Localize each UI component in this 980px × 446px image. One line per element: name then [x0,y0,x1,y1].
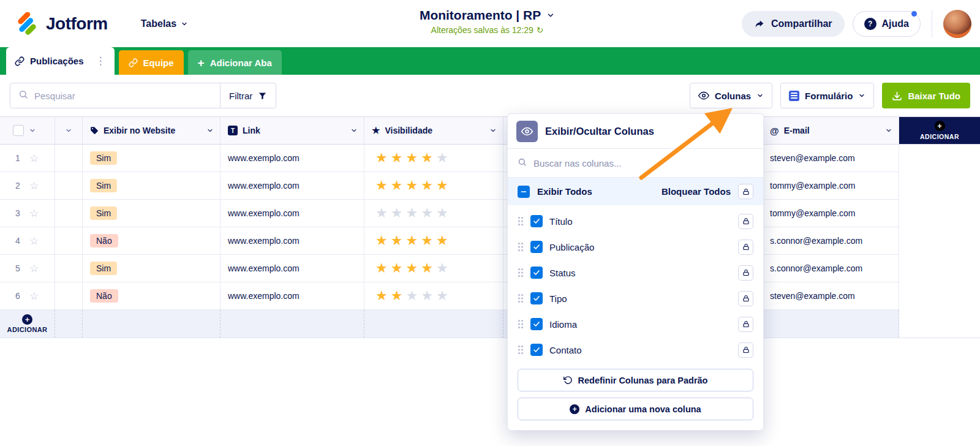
add-column-header[interactable]: + ADICIONAR [899,117,980,144]
rating-star-icon[interactable]: ★ [405,262,418,275]
drag-handle-icon[interactable] [518,242,524,252]
chevron-down-icon[interactable] [29,127,36,134]
link-cell[interactable]: www.exemplo.com [221,172,364,200]
add-row-cell[interactable]: + ADICIONAR [0,310,55,338]
email-cell[interactable]: tommy@example.com [763,200,899,227]
rating-star-icon[interactable]: ★ [405,179,418,192]
rating-star-icon[interactable]: ★ [391,289,403,303]
link-cell[interactable]: www.exemplo.com [221,282,364,310]
exibir-badge[interactable]: Sim [90,206,117,220]
chevron-down-icon[interactable] [206,127,214,134]
rating-star-icon[interactable]: ★ [375,262,388,275]
rating-star-icon[interactable]: ★ [436,289,448,303]
rating-star-icon[interactable]: ★ [391,179,403,192]
rating-star-icon[interactable]: ★ [375,234,388,248]
exibir-cell[interactable]: Sim [83,172,221,200]
favorite-star-icon[interactable]: ☆ [29,290,39,303]
column-checkbox[interactable] [530,241,543,253]
exibir-cell[interactable]: Sim [83,200,221,227]
visibilidade-cell[interactable]: ★★★★★ [364,227,503,255]
email-cell[interactable]: steven@example.com [763,145,899,172]
help-button[interactable]: ? Ajuda [853,11,921,37]
rating-star-icon[interactable]: ★ [405,289,418,303]
show-all-checkbox[interactable] [518,186,530,198]
rating-star-icon[interactable]: ★ [391,262,403,275]
page-title[interactable]: Monitoramento | RP [420,8,541,23]
rating-star-icon[interactable]: ★ [421,289,433,303]
column-checkbox[interactable] [530,215,543,227]
email-cell[interactable]: steven@example.com [763,282,899,310]
rating-star-icon[interactable]: ★ [375,179,388,192]
column-checkbox[interactable] [530,266,543,279]
favorite-star-icon[interactable]: ☆ [29,180,39,192]
link-cell[interactable]: www.exemplo.com [221,145,364,172]
link-cell[interactable]: www.exemplo.com [221,200,364,227]
exibir-cell[interactable]: Não [83,227,221,255]
rating-star-icon[interactable]: ★ [391,206,403,220]
visibilidade-cell[interactable]: ★★★★★ [364,255,503,282]
row-header-cell[interactable]: 3☆ [0,200,55,227]
exibir-badge[interactable]: Sim [90,262,117,275]
filter-button[interactable]: Filtrar [221,83,276,108]
collapsed-cell[interactable] [55,255,83,282]
row-header-cell[interactable]: 1☆ [0,145,55,172]
row-header-cell[interactable]: 4☆ [0,227,55,255]
reset-columns-button[interactable]: Redefinir Colunas para Padrão [518,369,753,391]
collapsed-cell[interactable] [55,145,83,172]
lock-icon[interactable] [738,214,753,229]
rating-star-icon[interactable]: ★ [436,234,448,248]
tab-menu-dots-icon[interactable]: ⋮ [93,55,108,67]
row-header-cell[interactable]: 6☆ [0,282,55,310]
lock-all-icon[interactable] [738,184,753,199]
drag-handle-icon[interactable] [518,268,524,278]
exibir-badge[interactable]: Não [90,289,118,303]
add-new-column-button[interactable]: + Adicionar uma nova coluna [518,398,753,420]
avatar[interactable] [943,10,971,38]
share-button[interactable]: Compartilhar [742,11,845,37]
chevron-down-icon[interactable] [546,11,555,20]
rating-star-icon[interactable]: ★ [405,151,418,165]
visibilidade-cell[interactable]: ★★★★★ [364,172,503,200]
column-toggle-item[interactable]: Tipo [508,285,763,311]
collapsed-column-header[interactable] [55,117,83,144]
visibilidade-cell[interactable]: ★★★★★ [364,282,503,310]
tables-dropdown[interactable]: Tabelas [141,18,188,29]
rating-star-icon[interactable]: ★ [421,151,433,165]
lock-icon[interactable] [738,317,753,332]
tab-equipe[interactable]: Equipe [119,50,184,75]
rating-star-icon[interactable]: ★ [421,206,433,220]
tab-publicacoes[interactable]: Publicações ⋮ [6,47,115,75]
rating-star-icon[interactable]: ★ [405,206,418,220]
favorite-star-icon[interactable]: ☆ [29,262,39,275]
search-input[interactable] [34,91,212,101]
exibir-cell[interactable]: Sim [83,145,221,172]
rating-star-icon[interactable]: ★ [391,234,403,248]
rating-star-icon[interactable]: ★ [405,234,418,248]
column-toggle-item[interactable]: Status [508,260,763,285]
exibir-cell[interactable]: Sim [83,255,221,282]
collapsed-cell[interactable] [55,200,83,227]
column-checkbox[interactable] [530,344,543,356]
exibir-badge[interactable]: Sim [90,151,117,165]
column-toggle-item[interactable]: Idioma [508,311,763,337]
add-tab-button[interactable]: + Adicionar Aba [188,50,282,75]
row-header-cell[interactable]: 2☆ [0,172,55,200]
lock-icon[interactable] [738,240,753,255]
column-header-link[interactable]: T Link [221,117,364,144]
columns-button[interactable]: Colunas [690,83,772,108]
exibir-cell[interactable]: Não [83,282,221,310]
favorite-star-icon[interactable]: ☆ [29,152,39,165]
column-toggle-item[interactable]: Título [508,208,763,234]
rating-star-icon[interactable]: ★ [375,289,388,303]
favorite-star-icon[interactable]: ☆ [29,235,39,248]
rating-star-icon[interactable]: ★ [375,206,388,220]
select-all-checkbox[interactable] [13,125,24,136]
link-cell[interactable]: www.exemplo.com [221,255,364,282]
rating-star-icon[interactable]: ★ [436,151,448,165]
email-cell[interactable]: s.connor@example.com [763,255,899,282]
rating-star-icon[interactable]: ★ [421,262,433,275]
column-toggle-item[interactable]: Publicação [508,234,763,260]
rating-star-icon[interactable]: ★ [391,151,403,165]
column-checkbox[interactable] [530,292,543,304]
collapsed-cell[interactable] [55,282,83,310]
